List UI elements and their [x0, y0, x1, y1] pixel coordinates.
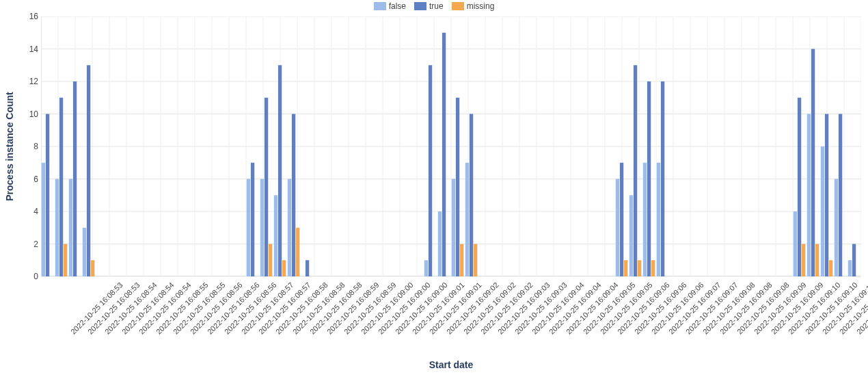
- bar-missing[interactable]: [624, 260, 627, 276]
- bar-missing[interactable]: [474, 244, 477, 277]
- bar-true[interactable]: [442, 33, 446, 276]
- bar-true[interactable]: [306, 260, 309, 276]
- bar-false[interactable]: [629, 195, 633, 276]
- bar-missing[interactable]: [64, 244, 67, 277]
- bar-true[interactable]: [278, 65, 282, 276]
- bar-true[interactable]: [798, 98, 801, 276]
- bar-false[interactable]: [848, 260, 852, 276]
- bar-true[interactable]: [59, 98, 63, 276]
- y-tick-label: 4: [21, 207, 38, 216]
- y-axis-title: Process instance Count: [4, 16, 15, 276]
- bar-false[interactable]: [83, 228, 86, 276]
- y-tick-label: 6: [21, 174, 38, 184]
- bar-false[interactable]: [424, 260, 428, 276]
- legend-swatch: [452, 2, 464, 10]
- y-tick-label: 8: [21, 142, 38, 151]
- bar-missing[interactable]: [638, 260, 641, 276]
- bar-false[interactable]: [452, 179, 455, 277]
- bar-true[interactable]: [825, 114, 828, 277]
- y-tick-label: 0: [21, 272, 38, 281]
- bar-missing[interactable]: [282, 260, 286, 276]
- bar-false[interactable]: [260, 179, 264, 277]
- bar-true[interactable]: [634, 65, 637, 276]
- bar-missing[interactable]: [460, 244, 463, 277]
- bar-true[interactable]: [647, 81, 651, 276]
- bar-missing[interactable]: [829, 260, 832, 276]
- bar-missing[interactable]: [802, 244, 805, 277]
- y-tick-label: 14: [21, 44, 38, 54]
- legend-item-false[interactable]: false: [374, 1, 406, 11]
- bar-true[interactable]: [87, 65, 90, 276]
- bar-true[interactable]: [292, 114, 295, 277]
- bar-true[interactable]: [73, 81, 77, 276]
- bar-true[interactable]: [839, 114, 842, 277]
- bar-true[interactable]: [811, 49, 815, 277]
- bar-false[interactable]: [657, 163, 660, 276]
- chart-root: falsetruemissing Process instance Count …: [0, 0, 868, 375]
- bar-false[interactable]: [69, 179, 72, 277]
- plot-svg: [41, 16, 861, 276]
- bar-false[interactable]: [616, 179, 619, 277]
- bar-false[interactable]: [794, 211, 797, 276]
- bar-true[interactable]: [661, 81, 664, 276]
- bar-missing[interactable]: [815, 244, 819, 277]
- bar-false[interactable]: [247, 179, 250, 277]
- bar-true[interactable]: [852, 244, 856, 277]
- legend: falsetruemissing: [0, 1, 868, 12]
- bar-missing[interactable]: [269, 244, 272, 277]
- x-axis-title: Start date: [41, 359, 861, 370]
- bar-false[interactable]: [465, 163, 469, 276]
- legend-label: false: [389, 1, 406, 11]
- legend-item-missing[interactable]: missing: [452, 1, 495, 11]
- legend-swatch: [374, 2, 386, 10]
- bar-false[interactable]: [274, 195, 277, 276]
- bar-true[interactable]: [46, 114, 49, 277]
- legend-swatch: [414, 2, 426, 10]
- legend-item-true[interactable]: true: [414, 1, 444, 11]
- y-tick-label: 16: [21, 12, 38, 21]
- bar-true[interactable]: [456, 98, 459, 276]
- bar-missing[interactable]: [91, 260, 94, 276]
- y-tick-label: 12: [21, 77, 38, 86]
- bar-false[interactable]: [807, 114, 811, 277]
- bar-false[interactable]: [835, 179, 838, 277]
- plot-area[interactable]: [41, 16, 861, 276]
- bar-true[interactable]: [620, 163, 623, 276]
- bar-missing[interactable]: [651, 260, 655, 276]
- legend-label: missing: [467, 1, 495, 11]
- bar-true[interactable]: [251, 163, 254, 276]
- bar-false[interactable]: [288, 179, 291, 277]
- bar-false[interactable]: [438, 211, 442, 276]
- bar-true[interactable]: [265, 98, 268, 276]
- y-tick-label: 2: [21, 240, 38, 249]
- bar-false[interactable]: [821, 146, 824, 276]
- y-tick-label: 10: [21, 109, 38, 119]
- legend-label: true: [429, 1, 444, 11]
- bar-missing[interactable]: [296, 228, 299, 276]
- bar-false[interactable]: [643, 163, 647, 276]
- bar-true[interactable]: [429, 65, 432, 276]
- bar-true[interactable]: [470, 114, 473, 277]
- bar-false[interactable]: [42, 163, 45, 276]
- bar-false[interactable]: [55, 179, 59, 277]
